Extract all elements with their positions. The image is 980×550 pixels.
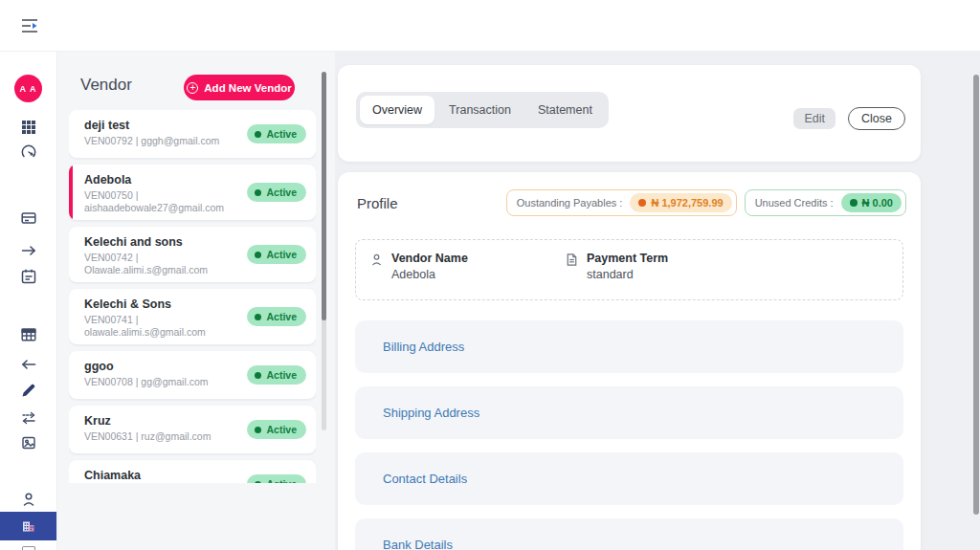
calendar-icon[interactable] bbox=[20, 268, 37, 285]
status-dot-icon bbox=[255, 131, 261, 138]
status-label: Active bbox=[266, 424, 297, 435]
orange-dot-icon bbox=[638, 199, 646, 207]
sidebar-item-organization[interactable] bbox=[0, 512, 56, 540]
unused-credits-box: Unused Credits : ₦ 0.00 bbox=[745, 189, 906, 216]
vendor-panel: Vendor + Add New Vendor deji test VEN007… bbox=[57, 52, 335, 550]
document-icon bbox=[565, 252, 579, 288]
pencil-icon[interactable] bbox=[20, 382, 37, 399]
vendor-list-item[interactable]: deji test VEN00792 | gggh@gmail.com Acti… bbox=[69, 110, 316, 158]
green-dot-icon bbox=[850, 199, 858, 207]
status-badge: Active bbox=[247, 183, 306, 202]
profile-card: Profile Oustanding Payables : ₦ 1,972,75… bbox=[338, 172, 921, 550]
tab-group: Overview Transaction Statement bbox=[356, 92, 609, 128]
section-bank-details[interactable]: Bank Details bbox=[355, 518, 903, 550]
billing-card-icon[interactable] bbox=[20, 209, 37, 227]
profile-header: Profile Oustanding Payables : ₦ 1,972,75… bbox=[338, 172, 921, 216]
status-dot-icon bbox=[255, 481, 261, 484]
clipped-rail-icon[interactable] bbox=[22, 546, 35, 550]
vendor-list-item[interactable]: Kelechi and sons VEN00742 | Olawale.alim… bbox=[69, 227, 316, 282]
field-label: Vendor Name bbox=[391, 252, 468, 265]
table-icon[interactable] bbox=[20, 326, 37, 343]
tabs-card: Overview Transaction Statement Edit Clos… bbox=[338, 65, 921, 162]
avatar[interactable]: A A bbox=[14, 75, 42, 102]
vendor-list: deji test VEN00792 | gggh@gmail.com Acti… bbox=[69, 110, 316, 483]
window-scrollbar-thumb[interactable] bbox=[973, 75, 979, 515]
grid-icon[interactable] bbox=[20, 119, 37, 136]
tab-transaction[interactable]: Transaction bbox=[436, 96, 523, 124]
sidebar-collapse-icon[interactable] bbox=[19, 15, 40, 36]
section-billing-address[interactable]: Billing Address bbox=[355, 320, 903, 373]
credits-label: Unused Credits : bbox=[755, 197, 834, 209]
vendor-list-item[interactable]: Kruz VEN00631 | ruz@gmail.com Active bbox=[69, 406, 316, 453]
profile-heading: Profile bbox=[357, 195, 398, 211]
vendor-summary-box: Vendor Name Adebola Payment Term standar… bbox=[355, 239, 903, 300]
credits-pill: ₦ 0.00 bbox=[841, 193, 902, 212]
status-badge: Active bbox=[247, 365, 306, 385]
outstanding-payables-box: Oustanding Payables : ₦ 1,972,759.99 bbox=[506, 189, 737, 216]
field-label: Payment Term bbox=[587, 252, 668, 265]
vendor-list-item[interactable]: ggoo VEN00708 | gg@gmail.com Active bbox=[69, 351, 316, 399]
status-badge: Active bbox=[247, 124, 306, 143]
vendor-email: aishaadebowale27@gmail.com bbox=[84, 202, 304, 213]
add-new-vendor-button[interactable]: + Add New Vendor bbox=[184, 75, 295, 100]
status-label: Active bbox=[266, 478, 297, 483]
main-content: Overview Transaction Statement Edit Clos… bbox=[335, 52, 980, 550]
tab-statement[interactable]: Statement bbox=[525, 96, 605, 124]
vendor-email: olawale.alimi.s@gmail.com bbox=[84, 326, 304, 338]
vendor-name-field: Vendor Name Adebola bbox=[369, 252, 565, 288]
receipt-image-icon[interactable] bbox=[20, 434, 37, 451]
vendor-list-item[interactable]: Kelechi & Sons VEN00741 | olawale.alimi.… bbox=[69, 289, 316, 344]
status-dot-icon bbox=[255, 427, 261, 433]
add-new-vendor-label: Add New Vendor bbox=[204, 82, 291, 94]
section-shipping-address[interactable]: Shipping Address bbox=[355, 386, 903, 439]
status-label: Active bbox=[266, 311, 297, 322]
swap-arrows-icon[interactable] bbox=[20, 409, 37, 427]
payables-label: Oustanding Payables : bbox=[517, 197, 623, 209]
field-value: Adebola bbox=[391, 268, 468, 281]
person-icon[interactable] bbox=[20, 491, 37, 508]
status-label: Active bbox=[266, 187, 297, 198]
status-label: Active bbox=[266, 369, 297, 381]
organization-building-icon bbox=[20, 518, 36, 535]
vendor-email: Olawale.alimi.s@gmail.com bbox=[84, 264, 304, 275]
status-label: Active bbox=[266, 128, 297, 140]
top-bar bbox=[0, 0, 980, 52]
dashboard-gauge-icon[interactable] bbox=[20, 143, 37, 161]
section-contact-details[interactable]: Contact Details bbox=[355, 452, 903, 505]
status-label: Active bbox=[266, 249, 297, 260]
status-badge: Active bbox=[247, 474, 306, 483]
close-button[interactable]: Close bbox=[848, 107, 905, 130]
page-title: Vendor bbox=[80, 76, 132, 95]
arrow-left-icon[interactable] bbox=[20, 356, 37, 373]
status-badge: Active bbox=[247, 245, 306, 264]
left-icon-rail: A A bbox=[0, 52, 57, 550]
vendor-list-item-selected[interactable]: Adebola VEN00750 | aishaadebowale27@gmai… bbox=[69, 165, 316, 220]
tab-overview[interactable]: Overview bbox=[360, 96, 434, 124]
payment-term-field: Payment Term standard bbox=[565, 252, 668, 288]
status-dot-icon bbox=[255, 372, 261, 379]
payables-pill: ₦ 1,972,759.99 bbox=[630, 193, 731, 212]
payables-value: ₦ 1,972,759.99 bbox=[651, 197, 723, 209]
status-dot-icon bbox=[255, 252, 261, 258]
field-value: standard bbox=[587, 268, 668, 281]
person-icon bbox=[369, 252, 384, 288]
status-dot-icon bbox=[255, 189, 261, 196]
vendor-list-item[interactable]: Chiamaka Active bbox=[69, 460, 316, 483]
arrow-right-icon[interactable] bbox=[20, 242, 37, 259]
status-badge: Active bbox=[247, 307, 306, 326]
header-actions: Edit Close bbox=[793, 107, 905, 130]
vendor-list-scrollbar-thumb[interactable] bbox=[322, 72, 326, 320]
circle-plus-icon: + bbox=[187, 82, 198, 94]
status-dot-icon bbox=[255, 314, 261, 320]
edit-button[interactable]: Edit bbox=[793, 108, 835, 129]
credits-value: ₦ 0.00 bbox=[862, 197, 893, 209]
status-badge: Active bbox=[247, 420, 306, 439]
